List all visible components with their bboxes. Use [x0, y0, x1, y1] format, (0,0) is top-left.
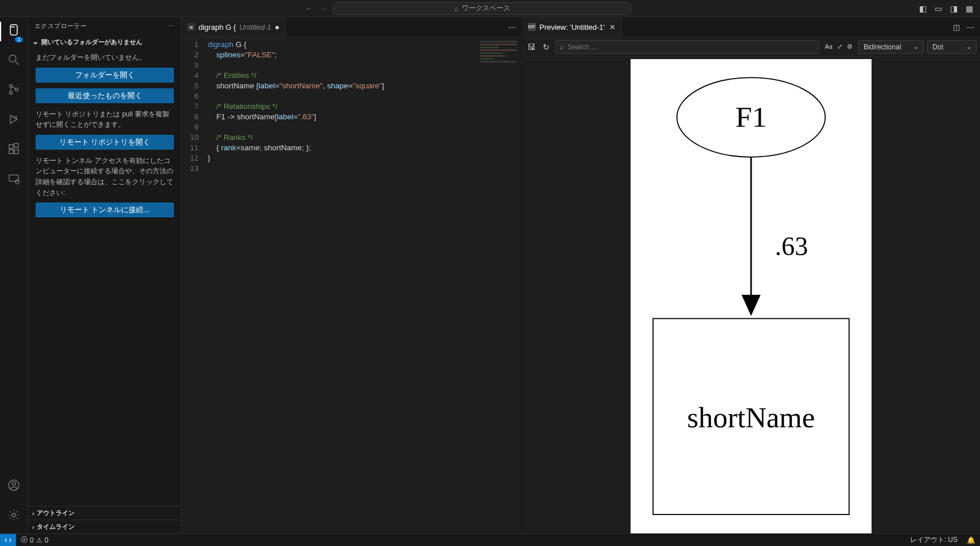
remote-indicator[interactable]: [0, 534, 16, 546]
layout-label: レイアウト: US: [910, 535, 958, 545]
editor-tabs-preview: DOT Preview: 'Untitled-1' ✕ ◫ ⋯: [522, 17, 980, 37]
error-icon: ⓧ: [21, 535, 28, 545]
node-f1-label: F1: [736, 100, 767, 133]
nav-forward-icon: →: [320, 4, 327, 13]
match-case-icon[interactable]: Aa: [825, 43, 832, 50]
svg-point-0: [9, 55, 16, 62]
svg-rect-6: [9, 145, 13, 149]
svg-point-2: [9, 85, 12, 88]
title-bar: ← → ⌕ ワークスペース ◧ ▭ ◨ ▦: [0, 0, 980, 17]
activity-explorer-icon[interactable]: 1: [6, 23, 22, 40]
activity-account-icon[interactable]: [6, 478, 22, 496]
toggle-primary-sidebar-icon[interactable]: ◧: [919, 4, 927, 13]
code-content[interactable]: digraph G { splines="FALSE"; /* Entities…: [208, 37, 522, 533]
preview-toolbar: 🖫 ↻ ⌕ Aa ⤢ ⚙ Bidirectional ⌄ Dot ⌄: [522, 37, 980, 57]
chevron-right-icon: ›: [32, 524, 34, 531]
refresh-icon[interactable]: ↻: [540, 42, 552, 52]
save-icon[interactable]: 🖫: [526, 42, 537, 52]
close-icon[interactable]: ✕: [609, 23, 616, 32]
activity-search-icon[interactable]: [6, 53, 22, 70]
activity-settings-icon[interactable]: [6, 508, 22, 525]
svg-rect-10: [9, 175, 18, 181]
svg-line-1: [15, 61, 19, 65]
sidebar-more-icon[interactable]: ⋯: [168, 22, 174, 30]
preview-search-field[interactable]: ⌕: [555, 40, 819, 54]
arrowhead-icon: [741, 295, 760, 316]
minimap[interactable]: [476, 40, 522, 74]
problems-indicator[interactable]: ⓧ0 ⚠0: [16, 535, 53, 545]
timeline-section[interactable]: › タイムライン: [28, 520, 181, 533]
chevron-down-icon: ⌄: [913, 43, 919, 50]
tab-preview-title: Preview: 'Untitled-1': [539, 23, 605, 32]
keyboard-layout[interactable]: レイアウト: US: [905, 535, 962, 545]
line-number-gutter: 12345678910111213: [181, 37, 208, 533]
no-folder-panel: まだフォルダーを開いていません。 フォルダーを開く 最近使ったものを開く リモー…: [28, 49, 181, 230]
activity-extensions-icon[interactable]: [6, 142, 22, 159]
tunnel-message: リモート トンネル アクセスを有効にしたコンピューターに接続する場合や、その方法…: [36, 155, 174, 198]
graph-preview-surface[interactable]: F1 .63 shortName: [522, 57, 980, 533]
svg-point-14: [12, 513, 15, 517]
timeline-label: タイムライン: [37, 522, 75, 531]
chevron-down-icon: ⌄: [966, 43, 971, 50]
activity-bar: 1: [0, 17, 28, 533]
nav-back-icon[interactable]: ←: [305, 4, 313, 13]
tab-unsaved-name: Untitled-1: [239, 23, 271, 32]
sidebar-title: エクスプローラー: [34, 22, 87, 30]
notifications-icon[interactable]: 🔔: [962, 535, 980, 545]
no-folder-message: まだフォルダーを開いていません。: [36, 52, 174, 63]
search-icon: ⌕: [454, 5, 458, 13]
titlebar-layout-controls: ◧ ▭ ◨ ▦: [919, 4, 973, 13]
node-shortname-label: shortName: [687, 401, 815, 434]
tab-untitled-dot[interactable]: ≡ digraph G { Untitled-1 ●: [181, 17, 286, 37]
warning-count: 0: [45, 536, 49, 544]
outline-section[interactable]: › アウトライン: [28, 506, 181, 520]
preview-search-input[interactable]: [567, 43, 815, 51]
search-icon: ⌕: [559, 42, 564, 51]
direction-value: Bidirectional: [864, 43, 901, 51]
chevron-down-icon: ⌄: [32, 37, 39, 46]
section-header-label: 開いているフォルダーがありません: [41, 38, 142, 46]
dot-lang-icon: DOT: [528, 23, 536, 31]
explorer-sidebar: エクスプローラー ⋯ ⌄ 開いているフォルダーがありません まだフォルダーを開い…: [28, 17, 181, 533]
open-folder-button[interactable]: フォルダーを開く: [36, 68, 174, 83]
chevron-right-icon: ›: [32, 510, 34, 517]
engine-dropdown[interactable]: Dot ⌄: [927, 40, 977, 54]
nav-arrows: ← →: [293, 4, 327, 13]
expand-icon[interactable]: ⤢: [837, 43, 842, 50]
edge-label: .63: [775, 232, 808, 261]
no-folder-section-header[interactable]: ⌄ 開いているフォルダーがありません: [28, 35, 181, 49]
split-editor-icon[interactable]: ◫: [953, 23, 960, 32]
direction-dropdown[interactable]: Bidirectional ⌄: [858, 40, 924, 54]
svg-point-4: [15, 88, 18, 91]
editor-group-code: ≡ digraph G { Untitled-1 ● ⋯ 12345678910…: [181, 17, 522, 533]
svg-point-13: [12, 482, 15, 485]
connect-tunnel-button[interactable]: リモート トンネルに接続...: [36, 202, 174, 217]
file-type-icon: ≡: [187, 23, 195, 31]
toggle-secondary-sidebar-icon[interactable]: ◨: [950, 4, 958, 13]
settings-sliders-icon[interactable]: ⚙: [847, 43, 853, 50]
error-count: 0: [30, 536, 34, 544]
editor-more-icon[interactable]: ⋯: [508, 23, 516, 32]
activity-run-icon[interactable]: [6, 112, 22, 130]
graph-canvas: F1 .63 shortName: [631, 59, 872, 533]
warning-icon: ⚠: [36, 536, 42, 544]
engine-value: Dot: [932, 43, 943, 51]
activity-scm-icon[interactable]: [6, 83, 22, 100]
activity-remote-icon[interactable]: [6, 172, 22, 189]
remote-repo-message: リモート リポジトリまたは pull 要求を複製せずに開くことができます。: [36, 109, 174, 130]
svg-rect-9: [14, 143, 18, 147]
command-center[interactable]: ⌕ ワークスペース: [333, 2, 631, 15]
search-options: Aa ⤢ ⚙: [825, 43, 852, 50]
explorer-badge: 1: [15, 37, 22, 42]
tab-preview[interactable]: DOT Preview: 'Untitled-1' ✕: [522, 17, 622, 37]
outline-label: アウトライン: [37, 509, 75, 517]
code-editor[interactable]: 12345678910111213 digraph G { splines="F…: [181, 37, 522, 533]
editor-more-icon[interactable]: ⋯: [967, 23, 974, 32]
toggle-panel-icon[interactable]: ▭: [935, 4, 942, 13]
editor-group-preview: DOT Preview: 'Untitled-1' ✕ ◫ ⋯ 🖫 ↻ ⌕ Aa: [522, 17, 980, 533]
open-remote-repo-button[interactable]: リモート リポジトリを開く: [36, 135, 174, 150]
customize-layout-icon[interactable]: ▦: [966, 4, 973, 13]
tab-filename: digraph G {: [199, 23, 236, 32]
open-recent-button[interactable]: 最近使ったものを開く: [36, 88, 174, 103]
svg-point-3: [9, 92, 12, 95]
